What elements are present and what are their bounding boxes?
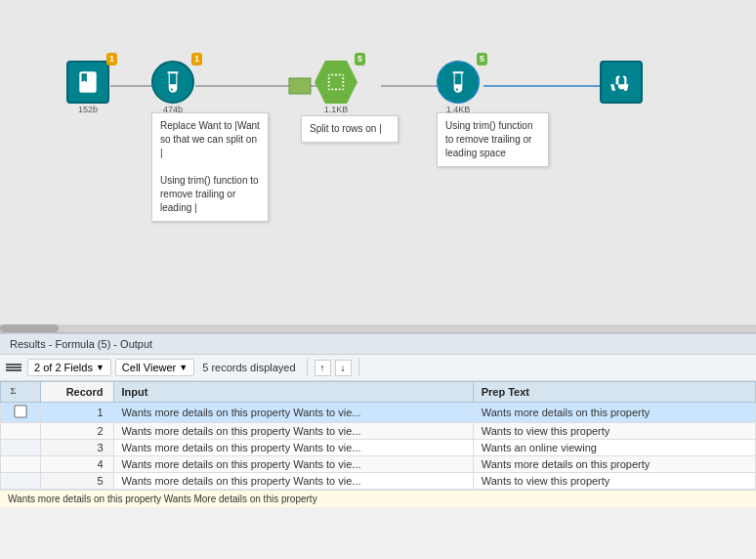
node-formula2-badge: 5: [477, 53, 487, 65]
row-prep-text: Wants an online viewing: [473, 440, 755, 456]
results-table: Σ Record Input Prep Text 1Wants more det…: [0, 381, 756, 490]
tooltip-formula2: Using trim() function to remove trailing…: [437, 112, 549, 167]
workflow-canvas[interactable]: 1 152b 1 474b Replace Want to |Want so t…: [0, 0, 756, 332]
row-input: Wants more details on this property Want…: [113, 423, 473, 440]
row-input: Wants more details on this property Want…: [113, 403, 473, 423]
sigma-icon: Σ: [9, 385, 21, 397]
node-split[interactable]: 5 1.1KB: [315, 61, 357, 114]
row-checkbox[interactable]: [1, 473, 41, 490]
row-record-num: 1: [40, 403, 113, 423]
row-input: Wants more details on this property Want…: [113, 440, 473, 456]
row-input: Wants more details on this property Want…: [113, 456, 473, 473]
detail-input-text: Wants more details on this property Want…: [8, 494, 193, 504]
tooltip-split: Split to rows on |: [301, 115, 399, 143]
chevron-down-icon-2: ▼: [179, 363, 188, 372]
svg-text:Σ: Σ: [11, 386, 17, 396]
chevron-down-icon: ▼: [96, 363, 105, 372]
results-panel: Results - Formula (5) - Output 2 of 2 Fi…: [0, 333, 756, 507]
fields-dropdown-btn[interactable]: 2 of 2 Fields ▼: [27, 359, 111, 376]
row-record-num: 2: [40, 423, 113, 440]
row-checkbox[interactable]: [1, 440, 41, 456]
row-input: Wants more details on this property Want…: [113, 473, 473, 490]
results-header: Results - Formula (5) - Output: [0, 334, 756, 355]
results-table-scroll[interactable]: Σ Record Input Prep Text 1Wants more det…: [0, 381, 756, 490]
node-formula2[interactable]: 5 1.4KB: [437, 61, 480, 114]
records-count: 5 records displayed: [202, 362, 295, 373]
table-row[interactable]: 5Wants more details on this property Wan…: [1, 473, 756, 490]
node-input[interactable]: 1 152b: [66, 61, 109, 114]
viewer-label: Cell Viewer: [122, 362, 176, 373]
svg-rect-7: [15, 406, 26, 417]
node-split-size: 1.1KB: [324, 105, 349, 114]
sort-asc-btn[interactable]: ↑: [315, 360, 331, 376]
node-input-size: 152b: [78, 105, 98, 114]
toolbar-divider: [307, 359, 308, 376]
col-header-input[interactable]: Input: [113, 382, 473, 403]
toolbar-divider-2: [358, 359, 359, 376]
scrollbar-thumb[interactable]: [0, 324, 59, 332]
sort-desc-btn[interactable]: ↓: [335, 360, 352, 376]
node-formula1-badge: 1: [191, 53, 202, 65]
canvas-scrollbar[interactable]: [0, 324, 756, 332]
col-header-check: Σ: [1, 382, 41, 403]
row-checkbox[interactable]: [1, 456, 41, 473]
row-prep-text: Wants more details on this property: [473, 403, 755, 423]
results-toolbar: 2 of 2 Fields ▼ Cell Viewer ▼ 5 records …: [0, 355, 756, 381]
detail-more-text: More details on this property: [193, 494, 316, 504]
table-row[interactable]: 3Wants more details on this property Wan…: [1, 440, 756, 456]
row-prep-text: Wants more details on this property: [473, 456, 755, 473]
table-row[interactable]: 2Wants more details on this property Wan…: [1, 423, 756, 440]
row-prep-text: Wants to view this property: [473, 423, 755, 440]
tooltip-formula1: Replace Want to |Want so that we can spl…: [151, 112, 269, 222]
grid-icon: [6, 364, 21, 371]
formula-icon-2: [445, 69, 471, 95]
connection-lines: [0, 0, 756, 332]
row-checkbox[interactable]: [1, 403, 41, 423]
book-icon: [75, 69, 101, 95]
col-header-prep-text[interactable]: Prep Text: [473, 382, 755, 403]
node-split-badge: 5: [355, 53, 365, 65]
row-checkbox[interactable]: [1, 423, 41, 440]
row-record-num: 3: [40, 440, 113, 456]
detail-panel: Wants more details on this property Want…: [0, 490, 756, 507]
svg-rect-5: [289, 78, 311, 94]
col-header-record[interactable]: Record: [40, 382, 113, 403]
fields-label: 2 of 2 Fields: [34, 362, 93, 373]
results-title: Results - Formula (5) - Output: [10, 338, 152, 350]
row-prep-text: Wants to view this property: [473, 473, 755, 490]
formula-icon-1: [160, 69, 186, 95]
node-browse[interactable]: [600, 61, 643, 105]
table-row[interactable]: 4Wants more details on this property Wan…: [1, 456, 756, 473]
viewer-dropdown-btn[interactable]: Cell Viewer ▼: [115, 359, 194, 376]
row-record-num: 5: [40, 473, 113, 490]
browse-icon: [609, 69, 634, 95]
split-icon: [325, 71, 347, 93]
node-input-badge: 1: [106, 53, 117, 65]
table-row[interactable]: 1Wants more details on this property Wan…: [1, 403, 756, 423]
row-record-num: 4: [40, 456, 113, 473]
node-formula1[interactable]: 1 474b: [151, 61, 194, 114]
